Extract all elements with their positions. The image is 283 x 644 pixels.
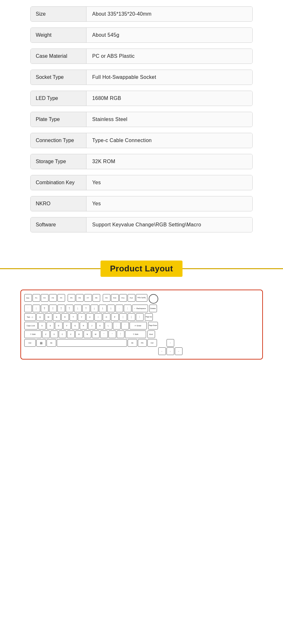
key-f6[interactable]: F6 xyxy=(76,294,84,302)
key-n[interactable]: N xyxy=(84,330,91,338)
key-y[interactable]: Y xyxy=(78,313,86,321)
key-lbracket[interactable]: {[ xyxy=(119,313,127,321)
key-lctrl[interactable]: Ctrl xyxy=(24,339,36,347)
key-f3[interactable]: F3 xyxy=(49,294,57,302)
layout-title-line-right xyxy=(182,268,283,269)
key-rbracket[interactable]: }] xyxy=(128,313,135,321)
key-5[interactable]: %5 xyxy=(66,305,73,312)
key-f11[interactable]: F11 xyxy=(119,294,127,302)
key-equals[interactable]: += xyxy=(124,305,131,312)
key-e[interactable]: E xyxy=(53,313,61,321)
spec-label-3: Socket Type xyxy=(31,70,86,85)
key-fn[interactable]: FN xyxy=(138,339,147,347)
spec-value-9: Yes xyxy=(86,196,252,211)
key-f1[interactable]: F1 xyxy=(33,294,40,302)
key-pageup[interactable]: Page Up xyxy=(145,313,153,321)
key-k[interactable]: K xyxy=(96,322,104,330)
spec-value-2: PC or ABS Plastic xyxy=(86,49,252,64)
key-backslash[interactable]: |\ xyxy=(136,313,144,321)
key-lshift[interactable]: ⇧ Shift xyxy=(24,330,41,338)
key-end[interactable]: End xyxy=(147,330,155,338)
key-8[interactable]: *8 xyxy=(91,305,98,312)
key-j[interactable]: J xyxy=(88,322,96,330)
spec-row-5: Plate Type Stainless Steel xyxy=(30,112,253,127)
spec-row-3: Socket Type Full Hot-Swappable Socket xyxy=(30,70,253,85)
key-m[interactable]: M xyxy=(92,330,100,338)
key-c[interactable]: C xyxy=(59,330,66,338)
key-knob[interactable] xyxy=(149,294,158,304)
kb-row-numbers: ~` !1 @2 #3 $4 %5 ^6 &7 *8 (9 )0 xyxy=(24,305,259,312)
key-tab[interactable]: Tab →| xyxy=(24,313,36,321)
key-period[interactable]: >. xyxy=(108,330,116,338)
key-9[interactable]: (9 xyxy=(99,305,107,312)
key-6[interactable]: ^6 xyxy=(74,305,82,312)
key-space[interactable] xyxy=(57,339,127,347)
key-f12[interactable]: F12 xyxy=(128,294,135,302)
spec-label-0: Size xyxy=(31,7,86,21)
key-b[interactable]: B xyxy=(75,330,83,338)
key-rshift[interactable]: ⇧ Shift xyxy=(125,330,146,338)
key-r[interactable]: R xyxy=(61,313,69,321)
key-f8[interactable]: F8 xyxy=(93,294,100,302)
key-prtsc[interactable]: PrtSc SysRq xyxy=(136,294,147,302)
key-2[interactable]: @2 xyxy=(41,305,48,312)
spec-label-8: Combination Key xyxy=(31,175,86,190)
spec-value-1: About 545g xyxy=(86,28,252,42)
key-pagedown[interactable]: Page Down xyxy=(148,322,158,330)
spec-value-0: About 335*135*20-40mm xyxy=(86,7,252,21)
key-i[interactable]: I xyxy=(94,313,102,321)
key-p[interactable]: P xyxy=(111,313,119,321)
key-f5[interactable]: F5 xyxy=(68,294,75,302)
key-slash[interactable]: ?/ xyxy=(117,330,124,338)
key-v[interactable]: V xyxy=(67,330,75,338)
key-7[interactable]: &7 xyxy=(82,305,90,312)
key-backspace[interactable]: ← Backspace xyxy=(132,305,148,312)
key-rctrl[interactable]: Ctrl xyxy=(147,339,157,347)
spec-value-8: Yes xyxy=(86,175,252,190)
key-o[interactable]: O xyxy=(103,313,110,321)
key-4[interactable]: $4 xyxy=(57,305,65,312)
key-u[interactable]: U xyxy=(86,313,94,321)
key-d[interactable]: D xyxy=(55,322,63,330)
key-quote[interactable]: "' xyxy=(121,322,129,330)
key-enter[interactable]: ↵ Enter xyxy=(130,322,147,330)
key-z[interactable]: Z xyxy=(42,330,50,338)
key-lwin[interactable]: ⊞ xyxy=(36,339,46,347)
key-ralt[interactable]: Alt xyxy=(128,339,137,347)
key-w[interactable]: W xyxy=(45,313,52,321)
key-backtick[interactable]: ~` xyxy=(24,305,32,312)
key-capslock[interactable]: Caps Lock xyxy=(24,322,38,330)
key-f7[interactable]: F7 xyxy=(84,294,92,302)
key-g[interactable]: G xyxy=(71,322,79,330)
key-right[interactable]: → xyxy=(175,347,182,355)
key-comma[interactable]: <, xyxy=(100,330,108,338)
spec-row-4: LED Type 1680M RGB xyxy=(30,91,253,106)
spec-row-10: Software Support Keyvalue Change\RGB Set… xyxy=(30,217,253,232)
key-up[interactable]: ↑ xyxy=(167,339,174,347)
key-lalt[interactable]: Alt xyxy=(47,339,56,347)
key-0[interactable]: )0 xyxy=(107,305,115,312)
key-x[interactable]: X xyxy=(50,330,58,338)
key-semicolon[interactable]: :; xyxy=(113,322,121,330)
key-esc[interactable]: Esc xyxy=(24,294,32,302)
key-delete[interactable]: Delete xyxy=(149,305,157,312)
spec-label-4: LED Type xyxy=(31,91,86,106)
key-l[interactable]: L xyxy=(105,322,112,330)
spec-label-5: Plate Type xyxy=(31,112,86,127)
key-t[interactable]: T xyxy=(70,313,77,321)
key-down[interactable]: ↓ xyxy=(167,347,174,355)
key-h[interactable]: H xyxy=(80,322,87,330)
key-f[interactable]: F xyxy=(63,322,71,330)
key-q[interactable]: Q xyxy=(36,313,44,321)
key-1[interactable]: !1 xyxy=(33,305,40,312)
key-left[interactable]: ← xyxy=(158,347,166,355)
key-s[interactable]: S xyxy=(47,322,54,330)
key-a[interactable]: A xyxy=(38,322,46,330)
key-f2[interactable]: F2 xyxy=(41,294,48,302)
spec-value-7: 32K ROM xyxy=(86,154,252,169)
key-f10[interactable]: F10 xyxy=(111,294,119,302)
key-f9[interactable]: F9 xyxy=(103,294,110,302)
key-3[interactable]: #3 xyxy=(49,305,57,312)
key-minus[interactable]: _- xyxy=(115,305,123,312)
key-f4[interactable]: F4 xyxy=(57,294,65,302)
